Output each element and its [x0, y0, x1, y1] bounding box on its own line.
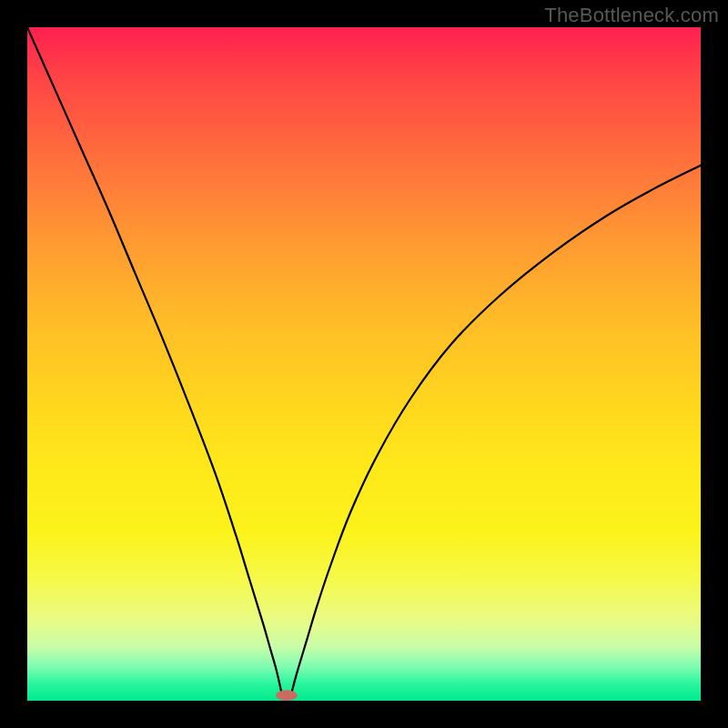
chart-plot-area: [27, 27, 701, 701]
curve-left-branch: [27, 27, 282, 694]
watermark-text: TheBottleneck.com: [544, 4, 719, 27]
chart-svg: [27, 27, 701, 701]
minimum-marker: [276, 690, 298, 701]
curve-right-branch: [291, 166, 701, 694]
